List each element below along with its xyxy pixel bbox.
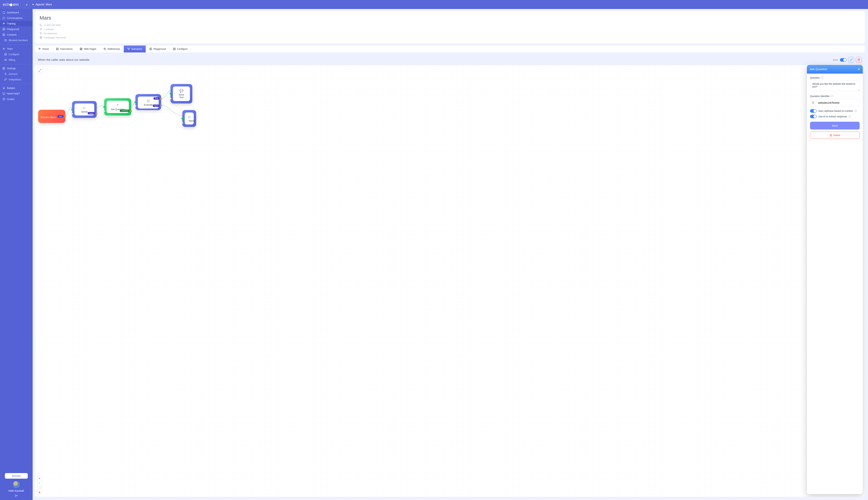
sidebar-item-billing[interactable]: Billing [0, 57, 33, 63]
agent-phone: +1 820 345 5040 [39, 23, 860, 27]
zoom-out[interactable]: − [37, 481, 42, 485]
node-start[interactable]: Scenario Starts Start [38, 110, 65, 123]
sidebar-item-blocked-numbers[interactable]: Blocked Numbers [0, 37, 33, 43]
logo: echwin [3, 2, 19, 7]
active-toggle[interactable] [840, 58, 846, 61]
play-icon: ▷ [189, 115, 190, 119]
zoom-fit[interactable]: ⛶ [37, 485, 42, 490]
tab-references[interactable]: References [100, 45, 124, 53]
agent-header-card: Mars +1 820 345 5040 1 scenario 54 refer… [35, 11, 865, 43]
zoom-in[interactable]: + [37, 476, 42, 481]
svg-rect-14 [3, 93, 5, 94]
greeting: Hello Kaushal! [2, 489, 31, 492]
svg-rect-9 [4, 59, 7, 60]
tab-configure[interactable]: Configure [169, 45, 191, 53]
auto-rephrase-row: Auto rephrase based on context i [810, 109, 860, 113]
node-evaluate[interactable]: ☑Evaluate True False × [135, 94, 161, 110]
info-icon[interactable]: i [821, 77, 823, 79]
svg-line-5 [5, 39, 6, 41]
delete-button[interactable]: Delete [810, 132, 860, 139]
svg-rect-28 [104, 48, 106, 50]
content: Mars +1 820 345 5040 1 scenario 54 refer… [33, 9, 868, 500]
svg-marker-33 [150, 48, 151, 49]
identifier-prefix: $ [810, 99, 816, 106]
identifier-label: Question Identifieri [810, 95, 860, 98]
node-speak[interactable]: ▷Speak Spoke × [72, 101, 97, 118]
sidebar-item-integrations[interactable]: Integrations [0, 77, 33, 82]
info-icon[interactable]: i [831, 95, 833, 98]
tab-playground[interactable]: Playground [146, 45, 169, 53]
sidebar-item-settings[interactable]: Settings [0, 66, 33, 71]
svg-line-35 [40, 69, 41, 70]
node-ask-question[interactable]: ？Ask Question Answered × [104, 98, 131, 115]
auto-rephrase-toggle[interactable] [810, 109, 816, 113]
scenario-title: When the caller asks about our website [38, 58, 89, 61]
agent-title: Mars [39, 15, 860, 21]
svg-point-10 [5, 60, 6, 60]
sidebar-item-dashboard[interactable]: Dashboard [0, 10, 33, 15]
sidebar-item-guides[interactable]: Guides [0, 96, 33, 102]
sidebar-item-badges[interactable]: Badges [0, 85, 33, 91]
agent-webpages: 6 webpage references [39, 35, 860, 39]
ask-question-panel: Ask Question ✕ Questioni Question Identi… [807, 65, 863, 494]
svg-rect-23 [56, 48, 57, 49]
topbar: echwin « ✦ Agents: Mars [0, 0, 868, 9]
identifier-input-wrap: $ [810, 99, 860, 106]
sidebar-item-playground[interactable]: Playground [0, 26, 33, 32]
svg-rect-26 [58, 49, 58, 50]
tab-scenarios[interactable]: Scenarios [124, 45, 146, 53]
sidebar-collapse-icon[interactable]: « [26, 3, 28, 7]
check-icon: ☑ [142, 99, 155, 103]
svg-line-36 [39, 71, 40, 71]
node-send-text[interactable]: 💬Send Text × [170, 84, 192, 103]
svg-rect-24 [58, 48, 58, 49]
extract-response-row: Use AI to extract response i [810, 115, 860, 118]
svg-point-3 [4, 34, 4, 35]
close-icon[interactable]: ✕ [857, 67, 860, 71]
play-icon: ▷ [78, 106, 90, 110]
question-icon: ？ [111, 103, 125, 107]
svg-rect-21 [41, 33, 42, 34]
logout-icon[interactable] [2, 494, 31, 498]
question-label: Questioni [810, 76, 860, 79]
tab-home[interactable]: Home [35, 45, 53, 53]
svg-point-8 [5, 54, 6, 55]
sidebar-item-training[interactable]: Training [0, 21, 33, 26]
sidebar-item-account[interactable]: Account [0, 71, 33, 77]
sidebar-item-team[interactable]: Team [0, 46, 33, 52]
avatar[interactable] [13, 481, 20, 488]
extract-response-toggle[interactable] [810, 115, 816, 118]
active-label: Active [833, 59, 838, 61]
svg-point-6 [3, 48, 4, 49]
chat-icon: 💬 [177, 89, 186, 93]
breadcrumb: Agents: Mars [36, 3, 52, 6]
agent-references: 54 references [39, 31, 860, 35]
zoom-lock[interactable]: 🔒 [37, 490, 42, 494]
sidebar-item-configure[interactable]: Configure [0, 52, 33, 57]
tenant-button[interactable]: echowin [5, 473, 27, 479]
flow-canvas[interactable]: Scenario Starts Start ▷Speak Spoke × ？As… [35, 65, 865, 497]
panel-header: Ask Question ✕ [807, 65, 863, 73]
save-button[interactable]: Save [810, 122, 860, 129]
sidebar-item-need-help?[interactable]: Need Help? [0, 91, 33, 96]
sidebar-item-conversations[interactable]: Conversations [0, 15, 33, 21]
identifier-input[interactable] [816, 99, 859, 106]
expand-button[interactable] [37, 68, 43, 73]
svg-marker-1 [4, 29, 4, 30]
sidebar-item-contacts[interactable]: Contacts [0, 32, 33, 37]
scenario-header: When the caller asks about our website A… [35, 55, 865, 65]
tab-instructions[interactable]: Instructions [53, 45, 76, 53]
zoom-controls: + − ⛶ 🔒 [37, 476, 42, 495]
delete-scenario-button[interactable] [856, 57, 862, 63]
node-speak-2[interactable]: ▷Speak × [182, 110, 196, 127]
info-icon[interactable]: i [855, 110, 857, 112]
tab-web-pages[interactable]: Web Pages [76, 45, 100, 53]
svg-point-7 [4, 48, 5, 49]
question-input[interactable] [810, 81, 860, 91]
svg-point-12 [5, 73, 6, 74]
edit-button[interactable] [848, 57, 854, 63]
sparkle-icon: ✦ [32, 3, 34, 6]
info-icon[interactable]: i [848, 115, 851, 118]
svg-point-11 [3, 68, 4, 69]
agent-scenarios: 1 scenario [39, 27, 860, 31]
